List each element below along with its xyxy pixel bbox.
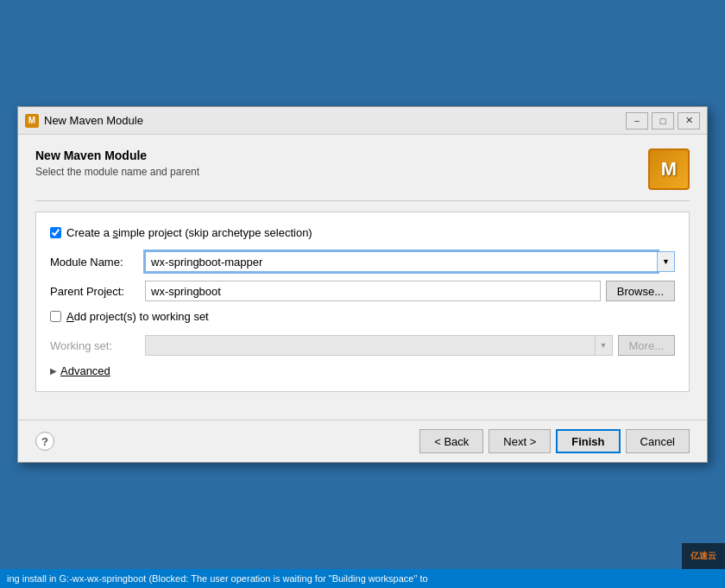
status-bar: ing install in G:-wx-wx-springboot (Bloc… <box>0 569 725 588</box>
finish-button[interactable]: Finish <box>556 429 620 453</box>
cancel-button[interactable]: Cancel <box>626 429 690 453</box>
dialog-content: New Maven Module Select the module name … <box>18 135 707 420</box>
minimize-button[interactable]: − <box>626 112 648 130</box>
brand-logo: 亿速云 <box>682 543 725 569</box>
new-maven-module-dialog: M New Maven Module − □ ✕ New Maven Modul… <box>17 106 708 463</box>
parent-project-label: Parent Project: <box>50 285 145 298</box>
working-set-checkbox-label: Add project(s) to working set <box>66 310 209 323</box>
more-button: More... <box>618 335 675 356</box>
back-button[interactable]: < Back <box>419 429 483 453</box>
dialog-title: New Maven Module <box>44 114 626 127</box>
working-set-label: Working set: <box>50 339 145 352</box>
working-set-row: Working set: ▼ More... <box>50 335 675 356</box>
title-bar: M New Maven Module − □ ✕ <box>18 107 707 135</box>
browse-button[interactable]: Browse... <box>606 281 675 301</box>
module-name-row: Module Name: ▼ <box>50 251 675 272</box>
close-button[interactable]: ✕ <box>678 112 700 130</box>
next-button[interactable]: Next > <box>489 429 551 453</box>
simple-project-checkbox[interactable] <box>50 227 61 238</box>
help-button[interactable]: ? <box>35 432 54 451</box>
parent-project-row: Parent Project: Browse... <box>50 281 675 301</box>
advanced-label: Advanced <box>60 364 110 377</box>
module-name-input[interactable] <box>145 251 658 272</box>
button-bar: ? < Back Next > Finish Cancel <box>18 420 707 462</box>
working-set-dropdown: ▼ <box>596 335 613 356</box>
wizard-title: New Maven Module <box>35 149 199 162</box>
advanced-triangle-icon: ▶ <box>50 366 57 376</box>
maximize-button[interactable]: □ <box>652 112 674 130</box>
dialog-icon: M <box>25 114 39 128</box>
working-set-checkbox-row: Add project(s) to working set <box>50 310 675 323</box>
simple-project-row: Create a simple project (skip archetype … <box>50 226 675 239</box>
wizard-subtitle: Select the module name and parent <box>35 166 199 178</box>
working-set-checkbox[interactable] <box>50 311 61 322</box>
simple-project-label: Create a simple project (skip archetype … <box>66 226 312 239</box>
advanced-row[interactable]: ▶ Advanced <box>50 364 675 377</box>
module-name-dropdown[interactable]: ▼ <box>658 251 675 272</box>
parent-project-input[interactable] <box>145 281 601 301</box>
maven-logo-icon: M <box>648 149 690 190</box>
status-text: ing install in G:-wx-wx-springboot (Bloc… <box>7 573 718 584</box>
working-set-input <box>145 335 596 356</box>
dialog-header: New Maven Module Select the module name … <box>35 149 690 201</box>
module-name-label: Module Name: <box>50 256 145 269</box>
window-controls: − □ ✕ <box>626 112 700 130</box>
form-area: Create a simple project (skip archetype … <box>35 212 690 392</box>
